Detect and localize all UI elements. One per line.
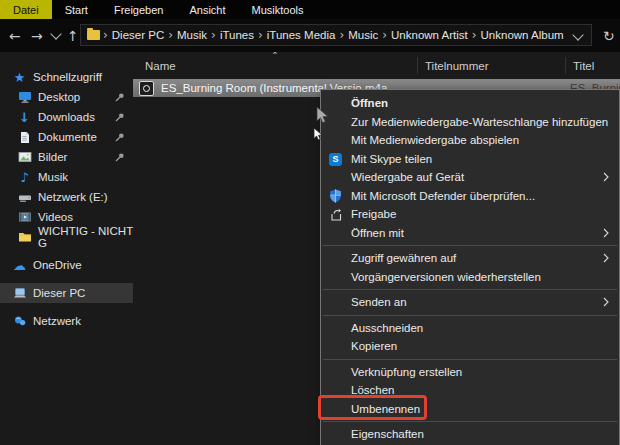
audio-file-icon [139, 81, 154, 96]
menu-item-oeffnen-mit[interactable]: Öffnen mit [321, 224, 619, 243]
sidebar-item-netzwerk[interactable]: Netzwerk [0, 311, 133, 331]
breadcrumb-item[interactable]: iTunes Media [263, 29, 340, 41]
breadcrumb-item[interactable]: iTunes [216, 29, 258, 41]
column-header-titelnummer[interactable]: Titelnummer [425, 60, 488, 72]
menu-separator [323, 315, 617, 316]
forward-icon[interactable]: → [31, 19, 43, 52]
sidebar-item-netzwerk-e[interactable]: Netzwerk (E:) [0, 187, 133, 207]
skype-icon: S [328, 152, 343, 167]
submenu-chevron-icon [603, 297, 609, 307]
breadcrumb-item[interactable]: Unknown Artist [387, 29, 472, 41]
address-bar[interactable]: › Dieser PC › Musik › iTunes › iTunes Me… [80, 24, 592, 46]
tab-freigeben[interactable]: Freigeben [101, 0, 177, 19]
pin-icon [115, 92, 125, 102]
menu-item-umbenennen[interactable]: Umbenennen [321, 400, 619, 419]
menu-separator [323, 289, 617, 290]
menu-item-ausschneiden[interactable]: Ausschneiden [321, 319, 619, 338]
navigation-toolbar: ← → ↑ › Dieser PC › Musik › iTunes › iTu… [0, 19, 620, 52]
sort-ascending-icon: ˆ [273, 51, 277, 65]
tab-datei[interactable]: Datei [0, 0, 52, 19]
sidebar-item-dieser-pc[interactable]: Dieser PC [0, 283, 133, 303]
mouse-cursor-icon [313, 127, 324, 142]
sidebar-item-onedrive[interactable]: ☁ OneDrive [0, 255, 133, 275]
sidebar-item-label: OneDrive [33, 259, 82, 271]
menu-item-defender-ueberpruefen[interactable]: Mit Microsoft Defender überprüfen... [321, 187, 619, 206]
history-dropdown-icon[interactable] [52, 19, 60, 52]
refresh-icon[interactable]: ↻ [603, 19, 615, 52]
sidebar-item-label: Dokumente [38, 131, 97, 143]
breadcrumb-item[interactable]: Musik [173, 29, 211, 41]
sidebar-item-wichtig[interactable]: WICHTIG - NICHT G [0, 227, 133, 247]
up-icon[interactable]: ↑ [67, 19, 79, 52]
column-divider[interactable] [565, 57, 566, 74]
column-header-name[interactable]: Name [145, 60, 176, 72]
sidebar-item-desktop[interactable]: Desktop [0, 87, 133, 107]
document-icon [17, 130, 32, 145]
sidebar-item-dokumente[interactable]: Dokumente [0, 127, 133, 147]
tab-ansicht[interactable]: Ansicht [176, 0, 238, 19]
address-dropdown-icon[interactable] [574, 29, 582, 41]
share-icon [328, 207, 343, 222]
sidebar-item-label: Bilder [38, 151, 67, 163]
pin-icon [115, 112, 125, 122]
videos-icon [17, 210, 32, 225]
column-header-titel[interactable]: Titel [573, 60, 594, 72]
folder-icon [87, 30, 100, 40]
sidebar-item-videos[interactable]: Videos [0, 207, 133, 227]
context-menu: Öffnen Zur Medienwiedergabe-Warteschlang… [320, 89, 620, 445]
menu-item-zugriff-gewaehren[interactable]: Zugriff gewähren auf [321, 249, 619, 268]
menu-item-medienwiedergabe-abspielen[interactable]: Mit Medienwiedergabe abspielen [321, 131, 619, 150]
menu-item-kopieren[interactable]: Kopieren [321, 337, 619, 356]
menu-item-warteschlange[interactable]: Zur Medienwiedergabe-Warteschlange hinzu… [321, 113, 619, 132]
onedrive-cloud-icon: ☁ [12, 258, 27, 273]
sidebar-item-label: Downloads [38, 111, 95, 123]
mouse-cursor-icon [316, 106, 331, 126]
sidebar-item-schnellzugriff[interactable]: ★ Schnellzugriff [0, 67, 133, 87]
back-icon[interactable]: ← [9, 19, 21, 52]
submenu-chevron-icon [603, 172, 609, 182]
menu-separator [323, 359, 617, 360]
sidebar-item-bilder[interactable]: Bilder [0, 147, 133, 167]
column-header-row: ˆ Name Titelnummer Titel [133, 52, 620, 79]
menu-item-skype-teilen[interactable]: S Mit Skype teilen [321, 150, 619, 169]
folder-icon [17, 230, 32, 245]
menu-item-oeffnen[interactable]: Öffnen [321, 94, 619, 113]
star-icon: ★ [12, 70, 27, 85]
sidebar-item-downloads[interactable]: ↓ Downloads [0, 107, 133, 127]
download-icon: ↓ [17, 110, 32, 125]
ribbon-tab-bar: Datei Start Freigeben Ansicht Musiktools [0, 0, 620, 19]
pictures-icon [17, 150, 32, 165]
menu-item-verknuepfung-erstellen[interactable]: Verknüpfung erstellen [321, 363, 619, 382]
menu-item-senden-an[interactable]: Senden an [321, 293, 619, 312]
sidebar-item-label: WICHTIG - NICHT G [38, 225, 133, 249]
network-globe-icon [12, 314, 27, 329]
menu-separator [323, 421, 617, 422]
menu-item-vorgaengerversionen[interactable]: Vorgängerversionen wiederherstellen [321, 268, 619, 287]
sidebar-item-label: Desktop [38, 91, 80, 103]
menu-item-freigabe[interactable]: Freigabe [321, 205, 619, 224]
sidebar: ★ Schnellzugriff Desktop ↓ Downloads Dok… [0, 52, 133, 445]
computer-icon [12, 286, 27, 301]
breadcrumb-item[interactable]: Unknown Album [477, 29, 568, 41]
pin-icon [115, 132, 125, 142]
sidebar-item-label: Musik [38, 171, 68, 183]
sidebar-item-label: Netzwerk (E:) [38, 191, 108, 203]
menu-item-loeschen[interactable]: Löschen [321, 381, 619, 400]
sidebar-item-label: Dieser PC [33, 287, 85, 299]
sidebar-item-label: Netzwerk [33, 315, 81, 327]
sidebar-item-label: Videos [38, 211, 73, 223]
defender-shield-icon [328, 189, 343, 204]
sidebar-item-musik[interactable]: ♪ Musik [0, 167, 133, 187]
network-drive-icon [17, 190, 32, 205]
menu-item-eigenschaften[interactable]: Eigenschaften [321, 425, 619, 444]
tab-musiktools[interactable]: Musiktools [239, 0, 317, 19]
desktop-icon [17, 90, 32, 105]
column-divider[interactable] [417, 57, 418, 74]
tab-start[interactable]: Start [52, 0, 101, 19]
breadcrumb-item[interactable]: Dieser PC [108, 29, 168, 41]
submenu-chevron-icon [603, 253, 609, 263]
breadcrumb-item[interactable]: Music [344, 29, 382, 41]
menu-item-wiedergabe-auf-geraet[interactable]: Wiedergabe auf Gerät [321, 168, 619, 187]
music-note-icon: ♪ [17, 170, 32, 185]
sidebar-item-label: Schnellzugriff [33, 71, 102, 83]
